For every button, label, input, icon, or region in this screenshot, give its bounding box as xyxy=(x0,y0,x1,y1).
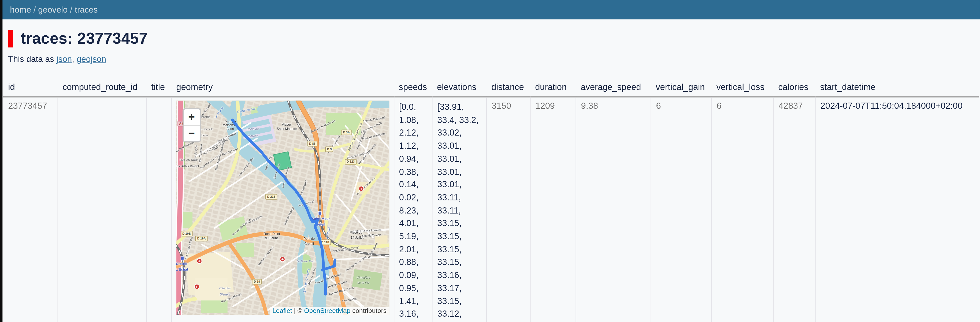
speeds-line: 4.01, xyxy=(399,217,427,230)
page-title: traces: 23773457 xyxy=(21,30,148,48)
cell-vertical-gain: 6 xyxy=(651,97,711,322)
cell-elevations: [33.91,33.4, 33.2,33.02,33.01,33.01,33.0… xyxy=(432,97,486,322)
column-header-computed-route-id: computed_route_id xyxy=(57,79,146,97)
zoom-in-button[interactable]: + xyxy=(183,109,200,125)
cell-speeds: [0.0,1.08,2.12,1.12,0.94,0.38,0.14,0.02,… xyxy=(394,97,432,322)
column-header-speeds: speeds xyxy=(394,79,432,97)
speeds-line: 5.19, xyxy=(399,230,427,243)
breadcrumb-link-traces[interactable]: traces xyxy=(75,5,98,14)
export-line: This data as json, geojson xyxy=(8,54,980,64)
map-attribution: Leaflet | © OpenStreetMap contributors xyxy=(270,307,389,315)
column-header-vertical-gain: vertical_gain xyxy=(651,79,711,97)
elevations-line: 33.15, xyxy=(437,243,481,255)
elevations-line: 33.01, xyxy=(437,178,481,191)
window-left-edge xyxy=(0,0,2,322)
elevations-line: 33.15, xyxy=(437,217,481,230)
speeds-line: 0.14, xyxy=(399,178,427,191)
column-header-elevations: elevations xyxy=(432,79,486,97)
elevations-line: 33.02, xyxy=(437,127,481,139)
cell-computed-route-id xyxy=(57,97,146,322)
column-header-vertical-loss: vertical_loss xyxy=(711,79,773,97)
data-table: id computed_route_id title geometry spee… xyxy=(3,79,979,322)
breadcrumb-separator: / xyxy=(68,5,75,14)
speeds-line: 0.88, xyxy=(399,256,427,269)
cell-geometry: Rue MicheletConcordeRue de JoinvilleGamb… xyxy=(171,97,394,322)
elevations-line: 33.4, 33.2, xyxy=(437,114,481,127)
elevations-line: [33.91, xyxy=(437,100,481,113)
copyright-symbol: © xyxy=(298,307,304,314)
speeds-line: 1.08, xyxy=(399,114,427,127)
column-header-distance: distance xyxy=(486,79,530,97)
elevations-line: 33.11, xyxy=(437,191,481,204)
elevations-line: 33.11, xyxy=(437,204,481,217)
column-header-start-datetime: start_datetime xyxy=(815,79,979,97)
attribution-suffix: contributors xyxy=(350,307,387,314)
elevations-line: 33.01, xyxy=(437,165,481,178)
osm-link[interactable]: OpenStreetMap xyxy=(304,307,351,314)
column-header-title: title xyxy=(146,79,171,97)
leaflet-link[interactable]: Leaflet xyxy=(272,307,292,314)
cell-duration: 1209 xyxy=(530,97,576,322)
speeds-line: 8.23, xyxy=(399,204,427,217)
speeds-line: 1.12, xyxy=(399,139,427,152)
elevations-line: 33.15, xyxy=(437,294,481,307)
speeds-line: 0.94, xyxy=(399,152,427,165)
breadcrumb-link-geovelo[interactable]: geovelo xyxy=(38,5,68,14)
column-header-average-speed: average_speed xyxy=(576,79,651,97)
cell-id: 23773457 xyxy=(3,97,57,322)
elevations-line: 33.12, xyxy=(437,320,481,322)
elevations-line: 33.15, xyxy=(437,256,481,269)
export-intro: This data as xyxy=(8,54,56,64)
column-header-geometry: geometry xyxy=(171,79,394,97)
app-header: home / geovelo / traces xyxy=(0,0,980,19)
zoom-control: + − xyxy=(182,108,201,142)
attribution-separator: | xyxy=(292,307,298,314)
table-row: 23773457 xyxy=(3,97,979,322)
speeds-line: 3.16, xyxy=(399,308,427,320)
speeds-line: [0.0, xyxy=(399,100,427,113)
export-separator: , xyxy=(72,54,77,64)
title-accent-bar xyxy=(8,30,13,47)
route-polyline xyxy=(176,100,389,315)
column-header-id: id xyxy=(3,79,57,97)
table-header-row: id computed_route_id title geometry spee… xyxy=(3,79,979,97)
breadcrumb-separator: / xyxy=(31,5,38,14)
elevations-line: 33.01, xyxy=(437,139,481,152)
elevations-line: 33.17, xyxy=(437,282,481,294)
speeds-line: 0.02, xyxy=(399,191,427,204)
speeds-line: 1.41, xyxy=(399,294,427,307)
cell-vertical-loss: 6 xyxy=(711,97,773,322)
zoom-out-button[interactable]: − xyxy=(183,125,200,141)
speeds-line: 2.12, xyxy=(399,127,427,139)
leaflet-map[interactable]: Rue MicheletConcordeRue de JoinvilleGamb… xyxy=(176,100,389,315)
elevations-line: 33.01, xyxy=(437,152,481,165)
cell-start-datetime: 2024-07-07T11:50:04.184000+02:00 xyxy=(815,97,979,322)
column-header-duration: duration xyxy=(530,79,576,97)
elevations-line: 33.15, xyxy=(437,230,481,243)
speeds-line: 0.38, xyxy=(399,165,427,178)
breadcrumb: home / geovelo / traces xyxy=(10,5,97,14)
cell-average-speed: 9.38 xyxy=(576,97,651,322)
speeds-line: 2.01, xyxy=(399,243,427,255)
speeds-line: 0.95, xyxy=(399,282,427,294)
cell-title xyxy=(146,97,171,322)
speeds-line: 2.16, xyxy=(399,320,427,322)
elevations-line: 33.12, xyxy=(437,308,481,320)
export-link-json[interactable]: json xyxy=(57,54,72,64)
elevations-line: 33.16, xyxy=(437,269,481,282)
export-link-geojson[interactable]: geojson xyxy=(77,54,106,64)
cell-calories: 42837 xyxy=(773,97,815,322)
speeds-line: 0.09, xyxy=(399,269,427,282)
column-header-calories: calories xyxy=(773,79,815,97)
breadcrumb-link-home[interactable]: home xyxy=(10,5,31,14)
page: home / geovelo / traces traces: 23773457… xyxy=(0,0,980,322)
cell-distance: 3150 xyxy=(486,97,530,322)
